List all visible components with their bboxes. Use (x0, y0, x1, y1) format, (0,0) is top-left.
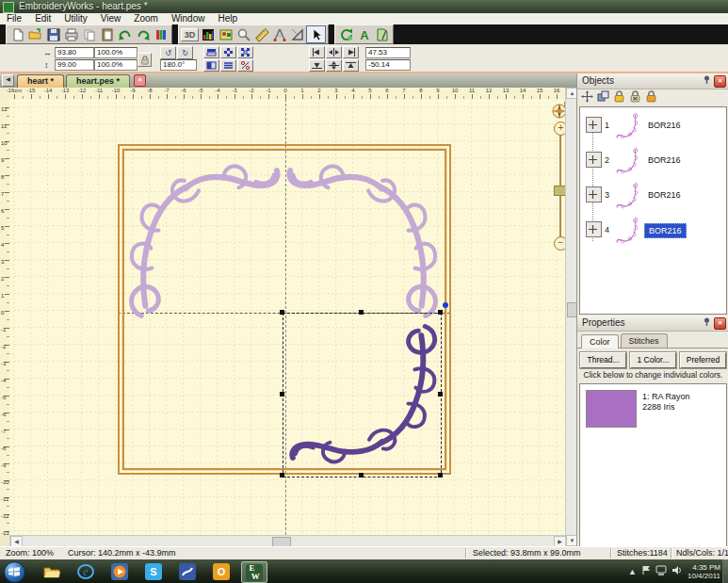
lettering-icon[interactable]: A (355, 26, 373, 42)
taskbar-embroideryworks-icon[interactable]: E W (241, 561, 267, 583)
layer-order-icon[interactable] (597, 89, 609, 106)
taskbar-media-player-icon[interactable] (107, 561, 132, 581)
width-field[interactable]: 93.80 (55, 47, 94, 58)
rotate-left-button[interactable]: ↺ (160, 46, 176, 59)
start-button[interactable] (4, 561, 25, 583)
one-color-button[interactable]: 1 Color... (630, 352, 676, 368)
tab-color[interactable]: Color (581, 334, 619, 348)
tray-clock[interactable]: 4:35 PM 10/4/2011 (688, 563, 720, 580)
save-icon[interactable] (44, 26, 62, 42)
aspect-lock-button[interactable] (138, 53, 152, 67)
handle-mid-right[interactable] (438, 392, 443, 397)
height-pct-field[interactable]: 100.0% (94, 59, 138, 71)
density-chart-icon[interactable] (199, 26, 217, 42)
show-desktop-button[interactable] (722, 559, 728, 583)
tab-scroll-left-button[interactable]: ◀ (2, 74, 14, 87)
design-canvas[interactable]: N + − (9, 99, 565, 535)
undo-icon[interactable] (116, 26, 134, 42)
menu-view[interactable]: View (94, 13, 128, 24)
taskbar-skype-icon[interactable]: S (141, 561, 166, 581)
object-label[interactable]: BOR216 (644, 188, 685, 202)
flourish-top-left[interactable] (122, 149, 284, 328)
title-bar[interactable]: EmbroideryWorks - heart.pes * (0, 0, 728, 13)
align-top-button[interactable] (343, 59, 359, 72)
properties-close-icon[interactable]: × (714, 317, 726, 330)
select-arrow-button[interactable] (306, 25, 326, 43)
menu-zoom[interactable]: Zoom (127, 13, 165, 24)
handle-mid-left[interactable] (280, 392, 284, 397)
object-label-selected[interactable]: BOR216 (644, 223, 687, 238)
redo-icon[interactable] (134, 26, 152, 42)
lock-orange-icon[interactable] (645, 89, 657, 106)
zoom-in-icon[interactable]: + (554, 121, 565, 136)
object-row-3[interactable]: 3 BOR216 (580, 179, 726, 213)
align-center-h-button[interactable] (326, 46, 342, 58)
taskbar-explorer-icon[interactable] (40, 561, 64, 581)
zoom-slider-handle[interactable] (554, 186, 565, 196)
y-position-field[interactable]: -50.14 (365, 59, 411, 71)
width-pct-field[interactable]: 100.0% (94, 47, 138, 58)
pin-icon[interactable] (702, 75, 712, 86)
object-move-icon[interactable] (586, 221, 602, 237)
object-row-1[interactable]: 1 BOR216 (580, 109, 726, 143)
handle-top-center[interactable] (359, 310, 364, 315)
kaleidoscope-button[interactable] (237, 46, 253, 58)
color-film-icon[interactable] (152, 26, 170, 42)
trim-button[interactable] (237, 59, 253, 72)
menu-file[interactable]: File (0, 13, 28, 24)
lock-yellow-icon[interactable] (613, 89, 625, 106)
rotate-right-button[interactable]: ↻ (177, 46, 193, 59)
new-icon[interactable] (8, 26, 26, 42)
copy-icon[interactable] (80, 26, 98, 42)
handle-bottom-left[interactable] (280, 473, 284, 478)
lock-disabled-icon[interactable] (629, 89, 641, 106)
tab-heart[interactable]: heart * (17, 74, 64, 88)
menu-edit[interactable]: Edit (28, 13, 57, 24)
paste-icon[interactable] (98, 26, 116, 42)
angle-field[interactable]: 180.0° (160, 59, 197, 71)
carousel-button[interactable] (220, 46, 236, 58)
flourish-top-right[interactable] (283, 149, 445, 328)
menu-help[interactable]: Help (211, 13, 244, 24)
selection-rectangle[interactable] (283, 313, 442, 478)
object-row-2[interactable]: 2 BOR216 (580, 144, 726, 178)
tray-flag-icon[interactable] (641, 565, 651, 577)
refresh-stitch-icon[interactable] (337, 26, 355, 42)
tray-volume-icon[interactable] (671, 565, 683, 577)
handle-top-left[interactable] (280, 310, 284, 315)
height-field[interactable]: 99.00 (55, 59, 94, 71)
design-notes-icon[interactable] (373, 26, 391, 42)
taskbar-outlook-icon[interactable]: O (209, 561, 234, 581)
thread-button[interactable]: Thread... (580, 352, 626, 368)
x-position-field[interactable]: 47.53 (365, 47, 411, 58)
rotation-handle[interactable] (443, 302, 448, 308)
tab-stitches[interactable]: Stitches (621, 333, 668, 348)
tray-expand-icon[interactable]: ▲ (628, 567, 637, 576)
measure-tool-icon[interactable] (270, 26, 288, 42)
align-bottom-button[interactable] (309, 59, 325, 72)
view-3d-button[interactable]: 3D (181, 26, 199, 42)
menu-utility[interactable]: Utility (57, 13, 93, 24)
tray-network-icon[interactable] (655, 565, 667, 577)
object-move-icon[interactable] (586, 152, 602, 168)
print-icon[interactable] (62, 26, 80, 42)
sequence-button[interactable] (220, 59, 236, 72)
object-label[interactable]: BOR216 (644, 119, 685, 132)
thread-color-swatch[interactable] (586, 390, 637, 428)
objects-close-icon[interactable]: × (714, 75, 726, 88)
menu-window[interactable]: Window (165, 13, 212, 24)
realistic-view-icon[interactable] (217, 26, 235, 42)
select-all-icon[interactable] (581, 89, 593, 106)
object-row-4-selected[interactable]: 4 BOR216 (580, 214, 726, 248)
handle-top-right[interactable] (438, 310, 443, 315)
pin-icon[interactable] (702, 317, 712, 328)
ruler-tool-icon[interactable] (252, 26, 270, 42)
taskbar-photo-icon[interactable] (175, 561, 200, 581)
handle-bottom-right[interactable] (438, 473, 443, 478)
object-label[interactable]: BOR216 (644, 154, 685, 167)
zoom-out-icon[interactable]: − (554, 236, 565, 251)
object-move-icon[interactable] (586, 186, 602, 202)
preferred-button[interactable]: Preferred (680, 352, 726, 368)
align-right-button[interactable] (343, 46, 359, 58)
tsquare-tool-icon[interactable] (288, 26, 306, 42)
